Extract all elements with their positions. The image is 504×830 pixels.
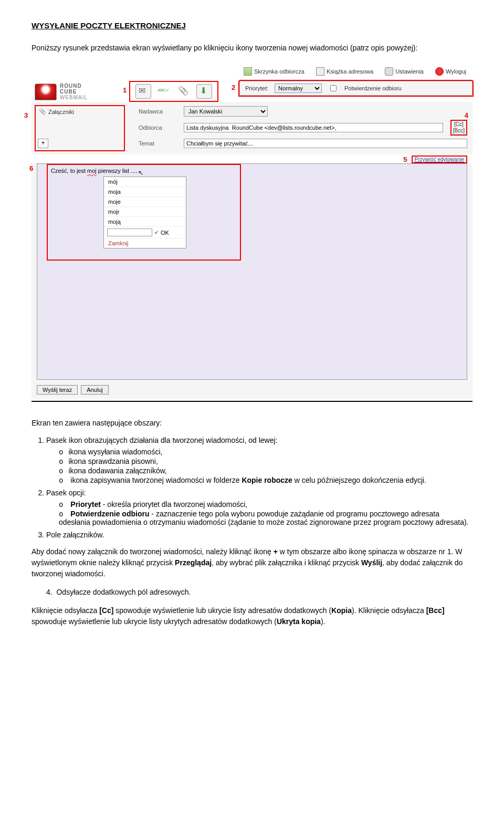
callout-3: 3 bbox=[24, 111, 28, 119]
callout-5: 5 bbox=[403, 155, 407, 163]
list-item-3: Pole załączników. bbox=[46, 531, 472, 539]
sub2b-bold: Potwierdzenie odbioru bbox=[70, 510, 149, 518]
attachments-column: 3 Załączniki + bbox=[32, 102, 128, 154]
toolbar-row: ROUND CUBE WEBMAIL 1 2 Priorytet: Normal… bbox=[32, 81, 472, 102]
sub-d-pre: ikona zapisywania tworzonej wiadomości w… bbox=[70, 476, 242, 484]
priority-select[interactable]: Normalny bbox=[275, 84, 322, 93]
send-now-button[interactable]: Wyślij teraz bbox=[37, 385, 78, 395]
attachment-help-paragraph: Aby dodać nowy załącznik do tworzonej wi… bbox=[32, 546, 472, 579]
save-draft-icon[interactable] bbox=[196, 84, 212, 99]
spellcheck-icon[interactable] bbox=[156, 85, 171, 98]
nav-inbox[interactable]: Skrzynka odbiorcza bbox=[244, 67, 304, 76]
attachments-title-row: Załączniki bbox=[39, 108, 121, 115]
attachments-title: Załączniki bbox=[48, 109, 74, 115]
nav-logout[interactable]: Wyloguj bbox=[435, 67, 466, 76]
sublist-1: ikona wysyłania wiadomości, ikona sprawd… bbox=[46, 448, 472, 484]
after-screenshot-text: Ekran ten zawiera następujące obszary: bbox=[32, 418, 472, 429]
misspelled-word[interactable]: moj bbox=[87, 168, 97, 174]
suggestion-custom-input[interactable] bbox=[107, 229, 152, 236]
logo-icon bbox=[35, 84, 57, 100]
pa-pre: Aby dodać nowy załącznik do tworzonej wi… bbox=[32, 547, 274, 556]
sublist-item: Priorytet - określa priorytet dla tworzo… bbox=[59, 500, 472, 509]
subject-row: Temat bbox=[139, 139, 467, 148]
suggestion-item[interactable]: moja bbox=[104, 187, 186, 197]
cc-link[interactable]: [Cc] bbox=[453, 121, 465, 128]
to-row: Odbiorca 4 [Cc] [Bcc] bbox=[139, 120, 467, 136]
pa-b1: Przeglądaj bbox=[175, 558, 212, 567]
list-item-1: Pasek ikon obrazujących działania dla tw… bbox=[46, 436, 472, 484]
confirm-receipt-checkbox[interactable] bbox=[330, 85, 337, 91]
top-navigation: Skrzynka odbiorcza Książka adresowa Usta… bbox=[32, 64, 472, 81]
cc-help-paragraph: Kliknięcie odsyłacza [Cc] spowoduje wyśw… bbox=[32, 605, 472, 627]
add-attachment-button[interactable]: + bbox=[38, 139, 48, 148]
callout-6: 6 bbox=[29, 164, 33, 172]
suggestion-custom-row: ✔ OK bbox=[104, 227, 186, 238]
from-label: Nadawca bbox=[139, 108, 178, 115]
sub-d-post: w celu późniejszego dokończenia edycji. bbox=[292, 476, 426, 484]
nav-addressbook-label: Książka adresowa bbox=[327, 68, 373, 75]
attach-icon[interactable] bbox=[176, 85, 191, 98]
suggestion-item[interactable]: moje bbox=[104, 197, 186, 207]
restore-editing-link[interactable]: Przywróć edytowanie bbox=[412, 155, 467, 163]
options-bar: 2 Priorytet: Normalny Potwierdzenie odbi… bbox=[239, 81, 472, 96]
sublist-item: ikona sprawdzania pisowni, bbox=[59, 457, 472, 465]
sub-d-bold: Kopie robocze bbox=[242, 476, 292, 484]
editor-wrap: 6 Cześć, to jest moj pierwszy list .... … bbox=[32, 163, 472, 383]
clip-icon bbox=[39, 108, 46, 115]
send-mail-icon[interactable] bbox=[135, 84, 151, 99]
suggestion-item[interactable]: mojr bbox=[104, 207, 186, 217]
cancel-button[interactable]: Anuluj bbox=[81, 385, 109, 395]
nav-inbox-label: Skrzynka odbiorcza bbox=[254, 68, 304, 75]
doc-title: WYSYŁANIE POCZTY ELEKTRONICZNEJ bbox=[32, 21, 472, 30]
nav-addressbook[interactable]: Książka adresowa bbox=[316, 67, 373, 76]
from-row: Nadawca Jan Kowalski bbox=[139, 106, 467, 117]
pc-pre: Kliknięcie odsyłacza bbox=[32, 606, 99, 615]
nav-logout-label: Wyloguj bbox=[446, 68, 466, 75]
suggestion-item[interactable]: moją bbox=[104, 217, 186, 227]
pc-mid3: spowoduje wyświetlenie lub ukrycie listy… bbox=[32, 617, 277, 626]
suggestion-close[interactable]: Zamknij bbox=[104, 238, 186, 248]
editor-text-post: pierwszy list .... bbox=[97, 168, 138, 174]
nav-settings-label: Ustawienia bbox=[395, 68, 424, 75]
subject-input[interactable] bbox=[184, 139, 467, 148]
sub2a-post: - określa priorytet dla tworzonej wiadom… bbox=[101, 500, 247, 509]
list-item-4: 4. Odsyłacze dodatkowych pól adresowych. bbox=[32, 587, 472, 598]
subject-label: Temat bbox=[139, 140, 178, 147]
suggestion-item[interactable]: mój bbox=[104, 177, 186, 187]
confirm-receipt-label: Potwierdzenie odbioru bbox=[344, 85, 402, 91]
to-label: Odbiorca bbox=[139, 124, 178, 131]
to-input[interactable] bbox=[184, 123, 443, 132]
suggestion-ok-label[interactable]: OK bbox=[161, 230, 169, 236]
bottom-buttons: Wyślij teraz Anuluj bbox=[32, 383, 472, 399]
editor-text-pre: Cześć, to jest bbox=[51, 168, 87, 174]
bcc-link[interactable]: [Bcc] bbox=[453, 128, 465, 134]
cc-bcc-links[interactable]: [Cc] [Bcc] bbox=[450, 120, 467, 136]
screenshot-container: Skrzynka odbiorcza Książka adresowa Usta… bbox=[32, 64, 472, 402]
list2-lead: Pasek opcji: bbox=[46, 489, 86, 497]
spellcheck-suggestions: mój moja moje mojr moją ✔ OK Zamknij bbox=[103, 177, 186, 248]
callout-1: 1 bbox=[123, 86, 127, 94]
from-select[interactable]: Jan Kowalski bbox=[184, 106, 268, 117]
pc-end: ). bbox=[321, 617, 326, 626]
list4-text: Odsyłacze dodatkowych pól adresowych. bbox=[56, 588, 191, 596]
message-editor[interactable]: Cześć, to jest moj pierwszy list .... mó… bbox=[37, 163, 467, 380]
pc-b1: [Cc] bbox=[99, 606, 113, 615]
pa-plus: + bbox=[274, 547, 278, 556]
toolbar-wrap: 1 2 Priorytet: Normalny Potwierdzenie od… bbox=[129, 81, 472, 102]
logo-text: ROUND CUBE WEBMAIL bbox=[60, 83, 88, 100]
cursor-icon bbox=[139, 168, 144, 174]
nav-settings[interactable]: Ustawienia bbox=[385, 67, 424, 76]
pc-mid: spowoduje wyświetlenie lub ukrycie listy… bbox=[113, 606, 331, 615]
sublist-item: ikona zapisywania tworzonej wiadomości w… bbox=[59, 476, 472, 484]
sublist-item: Potwierdzenie odbioru - zaznaczenie tego… bbox=[59, 510, 472, 526]
gear-icon bbox=[385, 67, 393, 76]
sublist-2: Priorytet - określa priorytet dla tworzo… bbox=[46, 500, 472, 526]
logo-line1: ROUND bbox=[60, 83, 82, 89]
callout-4: 4 bbox=[465, 111, 468, 119]
inbox-icon bbox=[244, 67, 252, 76]
headers-column: Nadawca Jan Kowalski Odbiorca 4 [Cc] [Bc… bbox=[128, 102, 472, 154]
numbered-list: Pasek ikon obrazujących działania dla tw… bbox=[32, 436, 472, 539]
close-icon bbox=[435, 67, 444, 76]
sublist-item: ikona wysyłania wiadomości, bbox=[59, 448, 472, 456]
pc-b3: [Bcc] bbox=[426, 606, 445, 615]
